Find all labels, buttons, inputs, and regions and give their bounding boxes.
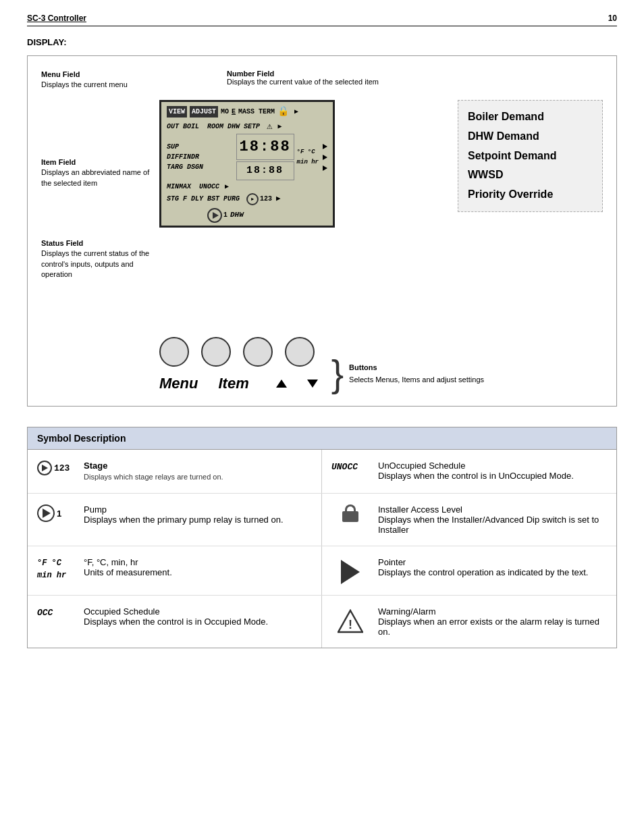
pump-title: Pump (84, 504, 284, 515)
symbol-cell-pointer: Pointer Displays the control operation a… (322, 546, 616, 595)
warning-desc: Displays when an error exists or the ala… (378, 617, 607, 637)
stage-symbol-text: Stage Displays which stage relays are tu… (84, 461, 223, 482)
occ-symbol-icon: OCC (37, 606, 74, 618)
status-field-title: Status Field (41, 238, 159, 249)
symbol-cell-unocc: UNOCC UnOccupied Schedule Displays when … (322, 450, 616, 493)
symbol-row-4: OCC Occupied Schedule Displays when the … (28, 596, 616, 648)
installer-symbol-text: Installer Access Level Displays when the… (378, 504, 607, 535)
big-number-display: 18:88 (236, 134, 294, 160)
symbol-cell-pump: 1 Pump Displays when the primary pump re… (28, 494, 322, 546)
status-field-desc: Displays the current status of the contr… (41, 249, 159, 280)
buttons-area: Menu Item } Buttons Selects Menus, Items… (159, 337, 603, 392)
demand-dhw: DHW Demand (468, 127, 593, 147)
pump-icon-lcd (207, 208, 222, 223)
item-label: Item (218, 375, 248, 392)
symbol-table: 123 Stage Displays which stage relays ar… (27, 450, 617, 648)
stage-desc: Displays which stage relays are turned o… (84, 472, 223, 482)
number-field-desc: Displays the current value of the select… (227, 78, 379, 86)
pointer-arrow-icon (341, 560, 360, 584)
pointer-symbol-icon (331, 557, 369, 584)
warning-triangle-svg: ! (338, 609, 363, 633)
menu-field-title: Menu Field (41, 70, 128, 80)
item-field-title: Item Field (41, 157, 159, 167)
demand-boiler: Boiler Demand (468, 107, 593, 127)
occ-symbol-text: Occupied Schedule Displays when the cont… (84, 606, 268, 627)
pointer-symbol-text: Pointer Displays the control operation a… (378, 557, 588, 577)
pump-desc: Displays when the primary pump relay is … (84, 515, 284, 525)
display-section-label: DISPLAY: (27, 37, 617, 47)
demand-priority: Priority Override (468, 185, 593, 205)
button-circle-1[interactable] (159, 337, 189, 367)
demand-list: Boiler Demand DHW Demand Setpoint Demand… (458, 100, 603, 212)
page-number: 10 (608, 14, 617, 23)
stage-title: Stage (84, 461, 223, 471)
number-field-title: Number Field (227, 70, 379, 78)
med-number-display: 18:88 (236, 161, 294, 180)
unocc-title: UnOccupied Schedule (378, 461, 574, 471)
pump-arrow-icon (43, 509, 51, 518)
item-field-desc: Displays an abbreviated name of the sele… (41, 167, 159, 188)
button-circle-3[interactable] (243, 337, 273, 367)
demand-setpoint: Setpoint Demand (468, 147, 593, 166)
demand-wwsd: WWSD (468, 165, 593, 185)
symbol-cell-units: °F °C min hr °F, °C, min, hr Units of me… (28, 546, 322, 595)
lcd-screen: VIEW ADJUST MOE MASS TERM 🔒 ▶ OUT BOIL R… (159, 100, 335, 228)
unocc-desc: Displays when the control is in UnOccupi… (378, 471, 574, 481)
brace-symbol: } (331, 355, 344, 392)
symbol-cell-installer: Installer Access Level Displays when the… (322, 494, 616, 546)
lcd-row-3: SUP DIFFINDR TARG DSGN 18:88 (167, 134, 327, 180)
lcd-row-1: VIEW ADJUST MOE MASS TERM 🔒 ▶ (167, 105, 327, 119)
menu-label: Menu (159, 375, 198, 392)
pump-symbol-icon: 1 (37, 504, 74, 522)
symbol-description-section: Symbol Description 123 Stage Displays wh… (27, 427, 617, 648)
installer-title: Installer Access Level (378, 504, 607, 515)
symbol-cell-occ: OCC Occupied Schedule Displays when the … (28, 596, 322, 648)
symbol-section-header: Symbol Description (27, 427, 617, 450)
units-desc: Units of measurement. (84, 567, 172, 577)
lcd-row-minmax: MINMAX UNOCC ▶ (167, 182, 327, 192)
pointer-title: Pointer (378, 557, 588, 567)
lock-shackle (345, 504, 356, 511)
status-field-annotation: Status Field Displays the current status… (41, 238, 159, 280)
lcd-panel: VIEW ADJUST MOE MASS TERM 🔒 ▶ OUT BOIL R… (159, 100, 335, 228)
stage-circle-icon (37, 461, 52, 475)
lcd-row-stg: STG F DLY BST PURG ► 123 ▶ (167, 193, 327, 205)
warning-symbol-icon: ! (331, 606, 369, 633)
symbol-row-3: °F °C min hr °F, °C, min, hr Units of me… (28, 546, 616, 596)
button-circles-row (159, 337, 318, 367)
button-circle-4[interactable] (285, 337, 315, 367)
warning-title: Warning/Alarm (378, 606, 607, 617)
lock-icon (342, 504, 358, 522)
page-header: SC-3 Controller 10 (27, 14, 617, 26)
lock-body (342, 511, 358, 522)
symbol-cell-stage: 123 Stage Displays which stage relays ar… (28, 450, 322, 493)
symbol-row-1: 123 Stage Displays which stage relays ar… (28, 450, 616, 494)
stage-number-label: 123 (54, 463, 70, 473)
stage-symbol-icon: 123 (37, 461, 74, 475)
lcd-row-2: OUT BOIL ROOM DHW SETP ⚠ ▶ (167, 120, 327, 134)
brace-annotation: } Buttons Selects Menus, Items and adjus… (331, 355, 484, 392)
symbol-row-2: 1 Pump Displays when the primary pump re… (28, 494, 616, 546)
units-symbol-icon: °F °C min hr (37, 557, 74, 581)
pointer-desc: Displays the control operation as indica… (378, 567, 588, 577)
units-display: °F °C min hr (297, 147, 319, 167)
lock-symbol-icon (331, 504, 369, 522)
right-arrows (323, 144, 327, 171)
warning-symbol-text: Warning/Alarm Displays when an error exi… (378, 606, 607, 637)
installer-desc: Displays when the Installer/Advanced Dip… (378, 515, 607, 535)
number-field-annotation: Number Field Displays the current value … (227, 70, 379, 86)
unocc-symbol-icon: UNOCC (331, 461, 369, 472)
down-arrow-button[interactable] (307, 380, 318, 388)
document-title: SC-3 Controller (27, 14, 86, 23)
menu-field-annotation: Menu Field Displays the current menu (41, 70, 128, 90)
button-labels-row: Menu Item (159, 375, 318, 392)
button-circles-group: Menu Item (159, 337, 318, 392)
symbol-cell-warning: ! Warning/Alarm Displays when an error e… (322, 596, 616, 648)
pump-symbol-text: Pump Displays when the primary pump rela… (84, 504, 284, 525)
button-circle-2[interactable] (201, 337, 231, 367)
buttons-annotation-text: Buttons Selects Menus, Items and adjust … (349, 362, 484, 386)
up-arrow-button[interactable] (276, 380, 287, 388)
pump-number-label: 1 (57, 509, 61, 519)
menu-field-desc: Displays the current menu (41, 80, 128, 90)
item-field-annotation: Item Field Displays an abbreviated name … (41, 157, 159, 188)
